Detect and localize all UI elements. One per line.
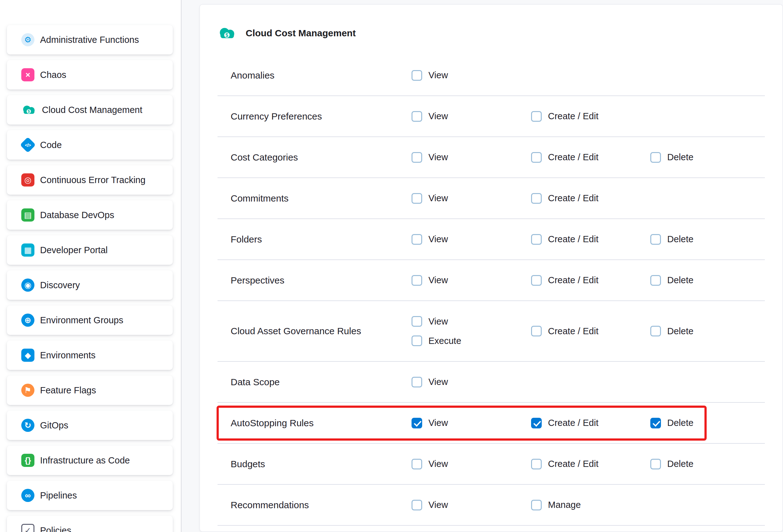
permission-label: View xyxy=(429,70,448,81)
permission-delete[interactable]: Delete xyxy=(650,152,693,163)
permission-view[interactable]: View xyxy=(411,377,448,387)
checkbox-view[interactable] xyxy=(411,500,422,510)
permission-cell-1: View xyxy=(411,55,531,95)
sidebar-item-label: Chaos xyxy=(40,70,66,80)
sidebar-item-discovery[interactable]: ◉Discovery xyxy=(7,271,173,300)
permission-view[interactable]: View xyxy=(411,234,448,245)
module-sidebar: ⚙Administrative Functions×Chaos$Cloud Co… xyxy=(0,0,182,532)
sidebar-item-label: Administrative Functions xyxy=(40,35,139,45)
sidebar-item-cloud-cost-management[interactable]: $Cloud Cost Management xyxy=(7,95,173,125)
sidebar-item-label: Pipelines xyxy=(40,490,77,501)
sidebar-item-policies[interactable]: ✓Policies xyxy=(7,516,173,532)
checkbox-view[interactable] xyxy=(411,275,422,286)
checkbox-create-edit[interactable] xyxy=(531,418,542,429)
permission-label: Delete xyxy=(667,275,693,285)
checkbox-create-edit[interactable] xyxy=(531,152,542,163)
permission-create-edit[interactable]: Create / Edit xyxy=(531,193,598,204)
permission-create-edit[interactable]: Create / Edit xyxy=(531,418,598,429)
sidebar-item-code[interactable]: </>Code xyxy=(7,130,173,160)
sidebar-item-continuous-error-tracking[interactable]: ◎Continuous Error Tracking xyxy=(7,165,173,195)
permission-row-cost-categories: Cost CategoriesViewCreate / EditDelete xyxy=(218,137,765,178)
checkbox-create-edit[interactable] xyxy=(531,234,542,245)
checkbox-view[interactable] xyxy=(411,316,422,327)
permission-execute[interactable]: Execute xyxy=(411,336,461,346)
permission-create-edit[interactable]: Create / Edit xyxy=(531,234,598,245)
permission-create-edit[interactable]: Create / Edit xyxy=(531,275,598,286)
sidebar-item-gitops[interactable]: ↻GitOps xyxy=(7,411,173,440)
permission-cell-3: Delete xyxy=(650,301,765,361)
permission-row-anomalies: AnomaliesView xyxy=(218,55,765,96)
sidebar-item-database-devops[interactable]: ▤Database DevOps xyxy=(7,200,173,230)
checkbox-create-edit[interactable] xyxy=(531,326,542,336)
checkbox-create-edit[interactable] xyxy=(531,459,542,469)
permission-delete[interactable]: Delete xyxy=(650,234,693,245)
icon-glyph: ◎ xyxy=(24,176,32,184)
checkbox-delete[interactable] xyxy=(650,275,661,286)
permission-view[interactable]: View xyxy=(411,275,448,286)
permission-delete[interactable]: Delete xyxy=(650,326,693,336)
permission-label: Create / Edit xyxy=(548,275,598,285)
checkbox-delete[interactable] xyxy=(650,326,661,336)
checkbox-view[interactable] xyxy=(411,111,422,122)
checkbox-create-edit[interactable] xyxy=(531,275,542,286)
icon-glyph: </> xyxy=(25,143,31,147)
sidebar-item-label: Environment Groups xyxy=(40,315,123,325)
checkbox-view[interactable] xyxy=(411,193,422,204)
sidebar-item-label: Discovery xyxy=(40,280,80,290)
checkbox-delete[interactable] xyxy=(650,234,661,245)
permission-create-edit[interactable]: Create / Edit xyxy=(531,152,598,163)
permission-view[interactable]: View xyxy=(411,111,448,122)
sidebar-item-environments[interactable]: ◆Environments xyxy=(7,341,173,370)
sidebar-item-pipelines[interactable]: ∞Pipelines xyxy=(7,481,173,510)
checkbox-create-edit[interactable] xyxy=(531,193,542,204)
sidebar-item-label: Environments xyxy=(40,350,95,361)
sidebar-item-developer-portal[interactable]: ▦Developer Portal xyxy=(7,235,173,265)
permission-row-currency-preferences: Currency PreferencesViewCreate / Edit xyxy=(218,96,765,137)
permission-cell-2: Create / Edit xyxy=(531,301,650,361)
permission-cell-3: Delete xyxy=(650,219,765,259)
permission-delete[interactable]: Delete xyxy=(650,275,693,286)
checkbox-view[interactable] xyxy=(411,234,422,245)
checkbox-delete[interactable] xyxy=(650,418,661,429)
permission-view[interactable]: View xyxy=(411,70,448,81)
permission-cell-2: Manage xyxy=(531,485,650,525)
sidebar-item-administrative-functions[interactable]: ⚙Administrative Functions xyxy=(7,25,173,55)
sidebar-item-environment-groups[interactable]: ⊕Environment Groups xyxy=(7,306,173,335)
sidebar-item-feature-flags[interactable]: ⚑Feature Flags xyxy=(7,376,173,405)
permission-view[interactable]: View xyxy=(411,459,448,469)
permission-create-edit[interactable]: Create / Edit xyxy=(531,326,598,336)
sidebar-item-infrastructure-as-code[interactable]: {}Infrastructure as Code xyxy=(7,446,173,475)
permission-create-edit[interactable]: Create / Edit xyxy=(531,111,598,122)
permission-cell-2 xyxy=(531,362,650,402)
checkbox-delete[interactable] xyxy=(650,152,661,163)
checkbox-create-edit[interactable] xyxy=(531,111,542,122)
environments-icon: ◆ xyxy=(21,349,34,362)
checkbox-view[interactable] xyxy=(411,70,422,81)
checkbox-view[interactable] xyxy=(411,418,422,429)
checkbox-execute[interactable] xyxy=(411,336,422,346)
permission-delete[interactable]: Delete xyxy=(650,418,693,429)
checkbox-delete[interactable] xyxy=(650,459,661,469)
permission-delete[interactable]: Delete xyxy=(650,459,693,469)
resource-label: Commitments xyxy=(218,178,411,218)
permission-cell-1: View xyxy=(411,362,531,402)
resource-label: Budgets xyxy=(218,444,411,484)
checkbox-view[interactable] xyxy=(411,152,422,163)
permission-view[interactable]: View xyxy=(411,316,448,327)
permission-view[interactable]: View xyxy=(411,193,448,204)
feature-flags-icon: ⚑ xyxy=(21,384,34,397)
permission-label: Create / Edit xyxy=(548,193,598,204)
permission-view[interactable]: View xyxy=(411,418,448,429)
card-header: $ Cloud Cost Management xyxy=(218,24,782,42)
permission-cell-3 xyxy=(650,362,765,402)
permission-view[interactable]: View xyxy=(411,500,448,510)
permission-create-edit[interactable]: Create / Edit xyxy=(531,459,598,469)
permission-manage[interactable]: Manage xyxy=(531,500,581,510)
checkbox-manage[interactable] xyxy=(531,500,542,510)
code-icon: </> xyxy=(20,137,36,153)
sidebar-item-chaos[interactable]: ×Chaos xyxy=(7,60,173,90)
checkbox-view[interactable] xyxy=(411,459,422,469)
checkbox-view[interactable] xyxy=(411,377,422,387)
continuous-error-tracking-icon: ◎ xyxy=(21,174,34,187)
permission-view[interactable]: View xyxy=(411,152,448,163)
